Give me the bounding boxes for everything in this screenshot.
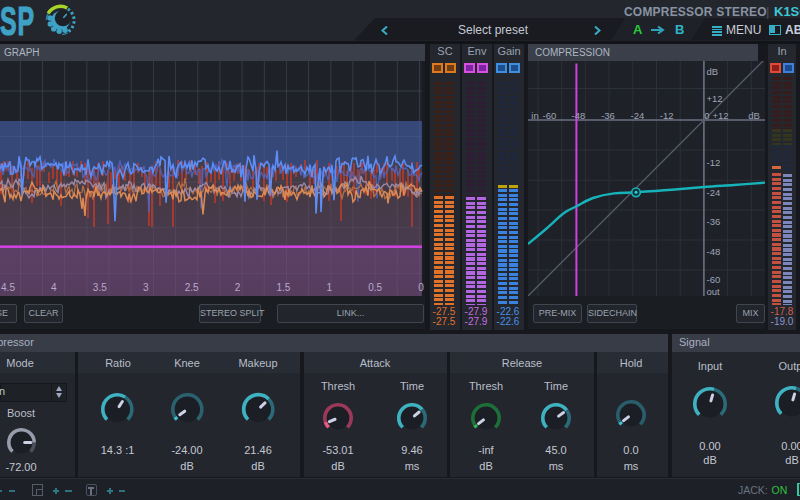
svg-text:+12: +12 bbox=[712, 110, 728, 121]
svg-text:1: 1 bbox=[327, 282, 333, 293]
svg-text:dB: dB bbox=[748, 110, 760, 121]
svg-text:-60: -60 bbox=[707, 274, 721, 285]
svg-text:-36: -36 bbox=[707, 216, 721, 227]
svg-text:in: in bbox=[531, 110, 538, 121]
svg-text:0: 0 bbox=[704, 110, 709, 121]
svg-text:3.5: 3.5 bbox=[93, 282, 107, 293]
svg-text:-24: -24 bbox=[707, 187, 721, 198]
svg-text:-36: -36 bbox=[601, 110, 615, 121]
svg-text:-24: -24 bbox=[631, 110, 645, 121]
svg-text:2: 2 bbox=[235, 282, 241, 293]
svg-text:dB: dB bbox=[707, 66, 719, 77]
svg-text:-48: -48 bbox=[707, 246, 721, 257]
svg-text:1.5: 1.5 bbox=[276, 282, 290, 293]
svg-text:4.5: 4.5 bbox=[1, 282, 15, 293]
svg-text:out: out bbox=[707, 286, 721, 296]
svg-text:0: 0 bbox=[418, 282, 424, 293]
svg-text:3: 3 bbox=[143, 282, 149, 293]
svg-text:-12: -12 bbox=[660, 110, 674, 121]
svg-text:-60: -60 bbox=[543, 110, 557, 121]
svg-text:4: 4 bbox=[51, 282, 57, 293]
svg-text:-48: -48 bbox=[572, 110, 586, 121]
svg-text:2.5: 2.5 bbox=[185, 282, 199, 293]
svg-text:-12: -12 bbox=[707, 157, 721, 168]
svg-text:+12: +12 bbox=[707, 93, 723, 104]
svg-text:0.5: 0.5 bbox=[368, 282, 382, 293]
